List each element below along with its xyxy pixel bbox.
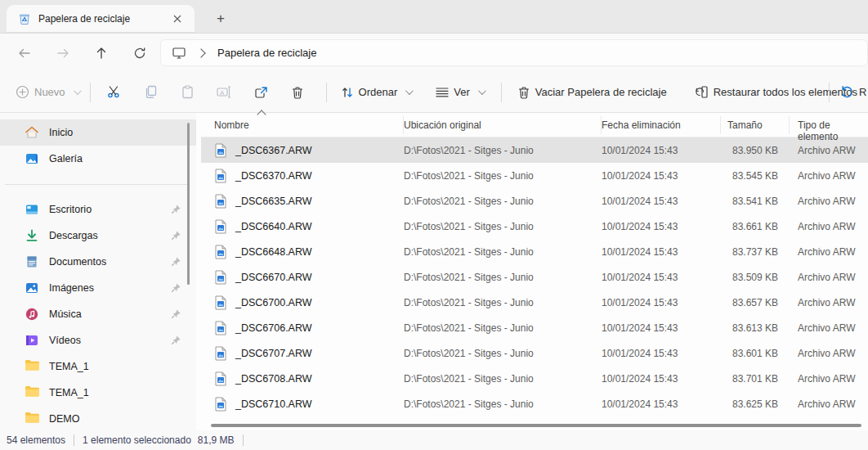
file-type: Archivo ARW [790, 373, 868, 385]
tab-close-button[interactable] [167, 10, 188, 28]
table-row[interactable]: _DSC6640.ARW D:\Fotos\2021 - Sitges - Ju… [201, 214, 868, 239]
sidebar-item-musica[interactable]: Música [0, 301, 196, 327]
table-row[interactable]: _DSC6700.ARW D:\Fotos\2021 - Sitges - Ju… [201, 290, 868, 315]
refresh-button[interactable] [126, 40, 154, 66]
column-header-deleted[interactable]: Fecha eliminación [602, 116, 721, 134]
sidebar-item-imagenes[interactable]: Imágenes [0, 275, 196, 301]
share-icon [254, 86, 268, 99]
sidebar-item-demo[interactable]: DEMO [0, 406, 196, 430]
file-location: D:\Fotos\2021 - Sitges - Junio [404, 398, 602, 410]
horizontal-scrollbar-thumb[interactable] [211, 424, 861, 427]
sidebar-item-galeria[interactable]: Galería [0, 146, 196, 172]
file-size: 83.625 KB [721, 398, 790, 410]
sidebar-item-videos[interactable]: Vídeos [0, 327, 196, 353]
sidebar-scrollbar[interactable] [187, 123, 190, 285]
sort-button[interactable]: Ordenar [335, 79, 418, 106]
sidebar-item-tema1-b[interactable]: TEMA_1 [0, 380, 196, 406]
sidebar-item-label: Documentos [49, 256, 106, 268]
toolbar-divider [829, 83, 830, 102]
tab-title: Papelera de reciclaje [38, 13, 167, 25]
table-row[interactable]: _DSC6708.ARW D:\Fotos\2021 - Sitges - Ju… [201, 366, 868, 391]
horizontal-scrollbar[interactable] [196, 422, 868, 429]
view-button-label: Ver [454, 86, 470, 98]
navigation-bar: Papelera de reciclaje [0, 34, 868, 72]
table-row[interactable]: _DSC6635.ARW D:\Fotos\2021 - Sitges - Ju… [201, 188, 868, 214]
status-divider [74, 434, 74, 446]
column-header-name[interactable]: Nombre [214, 116, 404, 134]
file-type: Archivo ARW [790, 398, 868, 410]
file-deleted-date: 10/01/2024 15:43 [602, 170, 721, 182]
pin-icon [171, 230, 181, 241]
forward-button[interactable] [49, 40, 77, 66]
selection-size: 81,9 MB [198, 434, 235, 446]
svg-text:A: A [220, 89, 225, 97]
file-size: 83.545 KB [721, 170, 790, 182]
file-type: Archivo ARW [790, 170, 868, 182]
new-tab-button[interactable]: + [209, 8, 232, 29]
content-area: Inicio Galería [0, 113, 868, 430]
back-arrow-icon [18, 47, 31, 60]
file-name: _DSC6635.ARW [235, 196, 312, 207]
restore-selected-label: R [859, 86, 866, 98]
column-header-type[interactable]: Tipo de elemento [790, 116, 868, 134]
table-row[interactable]: _DSC6706.ARW D:\Fotos\2021 - Sitges - Ju… [201, 315, 868, 340]
file-deleted-date: 10/01/2024 15:43 [602, 373, 721, 385]
folder-icon [25, 359, 39, 374]
file-rows: _DSC6367.ARW D:\Fotos\2021 - Sitges - Ju… [201, 137, 868, 416]
table-row[interactable]: _DSC6648.ARW D:\Fotos\2021 - Sitges - Ju… [201, 239, 868, 264]
new-button[interactable]: Nuevo [10, 79, 85, 106]
rename-button[interactable]: A [211, 79, 238, 106]
sidebar-item-tema1-a[interactable]: TEMA_1 [0, 353, 196, 380]
column-header-size[interactable]: Tamaño [721, 116, 790, 134]
file-location: D:\Fotos\2021 - Sitges - Junio [404, 170, 602, 182]
table-row[interactable]: _DSC6707.ARW D:\Fotos\2021 - Sitges - Ju… [201, 340, 868, 366]
downloads-icon [25, 228, 39, 243]
arw-file-icon [214, 270, 227, 285]
sidebar-item-label: Escritorio [49, 204, 92, 215]
file-type: Archivo ARW [790, 322, 868, 334]
arw-file-icon [214, 245, 227, 259]
empty-recycle-bin-button[interactable]: Vaciar Papelera de reciclaje [512, 79, 678, 106]
scissors-icon [107, 85, 121, 99]
arw-file-icon [214, 194, 227, 209]
status-divider [243, 434, 244, 446]
share-button[interactable] [248, 79, 275, 106]
file-size: 83.657 KB [721, 297, 790, 308]
tab-recycle-bin[interactable]: Papelera de reciclaje [7, 5, 195, 33]
restore-selected-button[interactable]: R [834, 79, 868, 106]
back-button[interactable] [11, 40, 38, 66]
sidebar-item-label: TEMA_1 [49, 361, 89, 372]
view-button[interactable]: Ver [430, 79, 490, 106]
table-row[interactable]: _DSC6370.ARW D:\Fotos\2021 - Sitges - Ju… [201, 163, 868, 188]
cut-button[interactable] [101, 79, 128, 106]
sidebar-item-descargas[interactable]: Descargas [0, 223, 196, 249]
column-header-row: Nombre Ubicación original Fecha eliminac… [201, 113, 868, 137]
sidebar-item-documentos[interactable]: Documentos [0, 249, 196, 275]
sidebar-item-inicio[interactable]: Inicio [0, 119, 196, 146]
sidebar-item-escritorio[interactable]: Escritorio [0, 196, 196, 223]
folder-icon [25, 412, 39, 426]
sidebar-item-label: Inicio [49, 127, 73, 138]
breadcrumb-current[interactable]: Papelera de reciclaje [217, 47, 316, 59]
file-name: _DSC6640.ARW [235, 221, 312, 232]
delete-button[interactable] [284, 79, 311, 106]
file-location: D:\Fotos\2021 - Sitges - Junio [404, 221, 602, 232]
this-pc-icon [172, 47, 186, 60]
file-deleted-date: 10/01/2024 15:43 [602, 297, 721, 308]
file-name: _DSC6700.ARW [235, 297, 312, 308]
table-row[interactable]: _DSC6710.ARW D:\Fotos\2021 - Sitges - Ju… [201, 391, 868, 416]
file-size: 83.541 KB [721, 196, 790, 207]
table-row[interactable]: _DSC6670.ARW D:\Fotos\2021 - Sitges - Ju… [201, 264, 868, 290]
file-type: Archivo ARW [790, 348, 868, 359]
address-bar[interactable]: Papelera de reciclaje [160, 39, 868, 66]
table-row[interactable]: _DSC6367.ARW D:\Fotos\2021 - Sitges - Ju… [201, 137, 868, 163]
pictures-icon [25, 281, 39, 295]
file-size: 83.950 KB [721, 145, 790, 156]
column-header-location[interactable]: Ubicación original [404, 116, 602, 134]
up-button[interactable] [87, 40, 115, 66]
paste-icon [181, 85, 194, 99]
copy-button[interactable] [137, 79, 164, 106]
file-name: _DSC6648.ARW [235, 246, 312, 258]
file-location: D:\Fotos\2021 - Sitges - Junio [404, 246, 602, 258]
paste-button[interactable] [174, 79, 201, 106]
